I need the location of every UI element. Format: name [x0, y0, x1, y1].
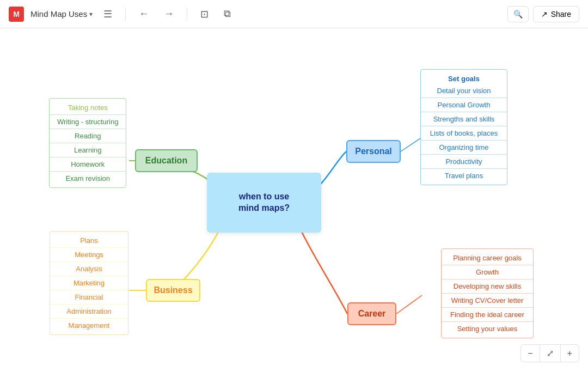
list-item[interactable]: Homework [50, 157, 126, 172]
header-right: 🔍 ↗ Share [507, 6, 579, 22]
business-leaves: Plans Meetings Analysis Marketing Financ… [50, 231, 128, 335]
search-button[interactable]: 🔍 [507, 6, 529, 22]
list-item[interactable]: Marketing [50, 276, 128, 290]
header-left: M Mind Map Uses ▾ ☰ ← → ⊡ ⧉ [9, 5, 235, 23]
chevron-down-icon: ▾ [89, 10, 93, 18]
redo-button[interactable]: → [160, 5, 178, 23]
list-item[interactable]: Planning career goals [442, 251, 533, 265]
zoom-out-button[interactable]: − [521, 345, 540, 362]
undo-icon: ← [139, 8, 149, 20]
clone-icon: ⧉ [224, 8, 231, 20]
canvas: when to usemind maps? Education Personal… [0, 28, 588, 371]
app-logo: M [9, 7, 24, 22]
list-item[interactable]: Personal Growth [421, 98, 507, 112]
list-item[interactable]: Developing new skills [442, 279, 533, 294]
list-item[interactable]: Finding the ideal career [442, 308, 533, 322]
list-item[interactable]: Writing - structuring [50, 115, 126, 129]
list-item[interactable]: Detail your vision [421, 84, 507, 98]
zoom-in-button[interactable]: + [561, 345, 579, 362]
career-node[interactable]: Career [347, 302, 396, 325]
header: M Mind Map Uses ▾ ☰ ← → ⊡ ⧉ 🔍 ↗ Share [0, 0, 588, 28]
list-item[interactable]: Plans [50, 234, 128, 248]
list-item[interactable]: Reading [50, 129, 126, 143]
toolbar-separator [125, 8, 126, 21]
education-leaves: Taking notes Writing - structuring Readi… [49, 98, 126, 188]
list-item[interactable]: Exam revision [50, 172, 126, 185]
share-button[interactable]: ↗ Share [533, 6, 579, 22]
list-item[interactable]: Administration [50, 305, 128, 319]
list-item[interactable]: Strengths and skills [421, 112, 507, 126]
svg-line-1 [401, 137, 422, 151]
clone-button[interactable]: ⧉ [219, 5, 235, 23]
redo-icon: → [164, 8, 174, 20]
search-icon: 🔍 [513, 10, 523, 19]
business-node[interactable]: Business [146, 279, 200, 302]
list-item[interactable]: Taking notes [50, 101, 126, 115]
frame-icon: ⊡ [200, 8, 209, 20]
share-label: Share [551, 10, 571, 19]
list-item[interactable]: Set goals [421, 72, 507, 84]
list-item[interactable]: Growth [442, 265, 533, 279]
svg-line-3 [396, 295, 422, 314]
title-button[interactable]: Mind Map Uses ▾ [30, 9, 93, 19]
list-item[interactable]: Financial [50, 290, 128, 305]
center-node[interactable]: when to usemind maps? [207, 173, 321, 233]
zoom-controls: − ⤢ + [520, 344, 579, 362]
list-item[interactable]: Learning [50, 143, 126, 157]
share-icon: ↗ [541, 10, 548, 19]
menu-button[interactable]: ☰ [99, 6, 117, 22]
personal-leaves: Set goals Detail your vision Personal Gr… [420, 69, 507, 185]
education-node[interactable]: Education [135, 149, 198, 172]
list-item[interactable]: Management [50, 319, 128, 332]
frame-button[interactable]: ⊡ [196, 5, 213, 23]
undo-button[interactable]: ← [134, 5, 153, 23]
personal-node[interactable]: Personal [346, 140, 401, 163]
list-item[interactable]: Organizing time [421, 141, 507, 155]
career-leaves: Planning career goals Growth Developing … [441, 248, 534, 338]
list-item[interactable]: Setting your values [442, 322, 533, 336]
list-item[interactable]: Travel plans [421, 169, 507, 183]
list-item[interactable]: Productivity [421, 155, 507, 169]
zoom-fit-button[interactable]: ⤢ [540, 345, 561, 362]
document-title: Mind Map Uses [30, 9, 87, 19]
toolbar-separator-2 [187, 8, 187, 21]
list-item[interactable]: Meetings [50, 248, 128, 262]
list-item[interactable]: Writing CV/Cover letter [442, 294, 533, 308]
list-item[interactable]: Lists of books, places [421, 126, 507, 141]
list-item[interactable]: Analysis [50, 262, 128, 276]
